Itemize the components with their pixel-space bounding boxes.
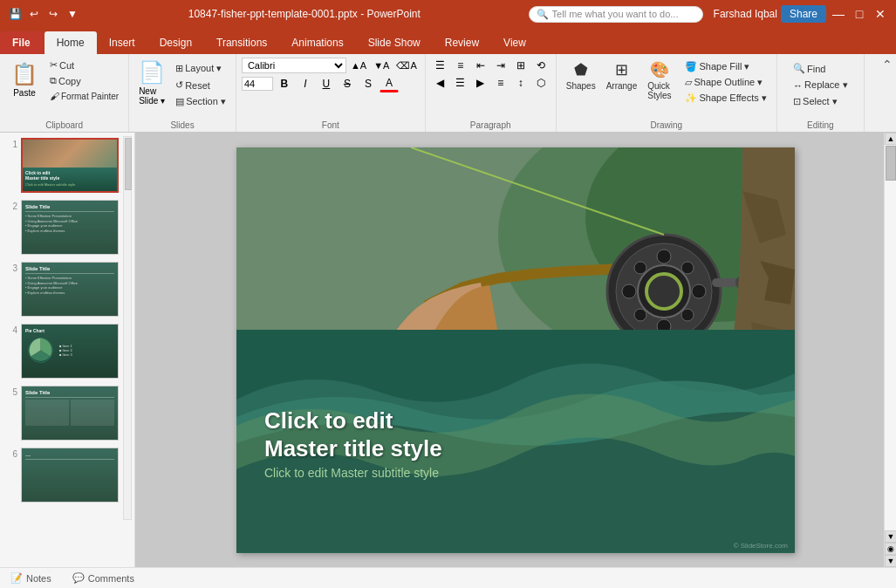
quick-access-toolbar: 💾 ↩ ↪ ▼	[7, 6, 80, 22]
new-slide-button[interactable]: 📄 NewSlide ▾	[134, 58, 169, 108]
share-button[interactable]: Share	[781, 5, 826, 23]
main-slide-canvas[interactable]: Click to edit Master title style Click t…	[236, 147, 795, 553]
collapse-icon[interactable]: ⌃	[882, 58, 893, 72]
slide-image-2[interactable]: Slide Title • Some Effective Presentatio…	[21, 200, 119, 255]
align-center[interactable]: ☰	[451, 75, 470, 91]
slide-thumb-6[interactable]: 6 …	[3, 446, 131, 504]
save-button[interactable]: 💾	[7, 6, 23, 22]
bold-button[interactable]: B	[275, 76, 294, 92]
font-name-select[interactable]: Calibri	[242, 58, 346, 73]
replace-button[interactable]: ↔ Replace ▾	[789, 78, 852, 92]
comments-tab[interactable]: 💬 Comments	[69, 571, 138, 585]
reset-button[interactable]: ↺ Reset	[171, 78, 230, 92]
clear-format-button[interactable]: ⌫A	[393, 58, 419, 73]
font-row-2: B I U S S A	[242, 75, 399, 92]
pie-chart-svg	[25, 335, 56, 366]
slide-thumb-5[interactable]: 5 Slide Title	[3, 384, 131, 442]
slide-image-6[interactable]: …	[21, 448, 119, 503]
align-left[interactable]: ◀	[431, 75, 450, 91]
layout-button[interactable]: ⊞ Layout ▾	[171, 61, 230, 76]
slides-content: 📄 NewSlide ▾ ⊞ Layout ▾ ↺ Reset ▤ Sectio…	[134, 58, 230, 130]
numbering-button[interactable]: ≡	[451, 58, 470, 73]
font-size-decrease[interactable]: ▼A	[371, 58, 392, 72]
slide-thumb-4[interactable]: 4 Pie Chart ■ Item 1 ■ Item 2	[3, 322, 131, 380]
format-painter-button[interactable]: 🖌 Format Painter	[45, 89, 123, 103]
quick-styles-button[interactable]: 🎨 QuickStyles	[643, 58, 675, 103]
scroll-thumb[interactable]	[886, 146, 896, 181]
find-button[interactable]: 🔍 Find	[789, 61, 830, 76]
tell-me-text[interactable]: Tell me what you want to do...	[552, 9, 679, 19]
canvas-area: Click to edit Master title style Click t…	[135, 133, 896, 567]
font-color-button[interactable]: A	[380, 75, 399, 92]
svg-point-12	[681, 262, 694, 274]
font-size-input[interactable]	[242, 77, 273, 91]
redo-button[interactable]: ↪	[45, 6, 61, 22]
tab-insert[interactable]: Insert	[97, 31, 147, 54]
decrease-indent[interactable]: ⇤	[471, 58, 490, 73]
shadow-button[interactable]: S	[359, 76, 378, 92]
new-slide-label: NewSlide ▾	[139, 86, 165, 106]
slide-panel-scrollbar[interactable]	[123, 136, 132, 520]
tab-design[interactable]: Design	[147, 31, 204, 54]
increase-indent[interactable]: ⇥	[491, 58, 510, 73]
select-button[interactable]: ⊡ Select ▾	[789, 94, 842, 109]
slide-thumb-2[interactable]: 2 Slide Title • Some Effective Presentat…	[3, 198, 131, 256]
font-label: Font	[322, 120, 339, 130]
arrange-button[interactable]: ⊞ Arrange	[602, 58, 642, 93]
tab-transitions[interactable]: Transitions	[204, 31, 279, 54]
slide-num-6: 6	[5, 448, 17, 459]
scroll-up-button[interactable]: ▲	[885, 133, 896, 145]
scroll-track	[885, 145, 896, 530]
line-spacing[interactable]: ↕	[511, 75, 530, 91]
scroll-down-button[interactable]: ▼	[885, 530, 896, 543]
shapes-top: ⬟ Shapes ⊞ Arrange 🎨 QuickStyles 🪣 Shape…	[562, 58, 771, 106]
undo-button[interactable]: ↩	[26, 6, 42, 22]
scroll-extra-2[interactable]: ▼	[885, 555, 896, 567]
close-button[interactable]: ✕	[872, 5, 889, 23]
notes-tab[interactable]: 📝 Notes	[7, 571, 55, 585]
slide-image-4[interactable]: Pie Chart ■ Item 1 ■ Item 2 ■ Item 3	[21, 324, 119, 379]
main-area: 1 Click to edit Master title style Click…	[0, 133, 896, 567]
strikethrough-button[interactable]: S	[338, 76, 357, 92]
section-button[interactable]: ▤ Section ▾	[171, 94, 230, 109]
tab-home[interactable]: Home	[44, 31, 97, 54]
notes-label: Notes	[26, 573, 51, 584]
copy-button[interactable]: ⧉ Copy	[45, 73, 123, 88]
tab-review[interactable]: Review	[433, 31, 491, 54]
align-right[interactable]: ▶	[471, 75, 490, 91]
justify[interactable]: ≡	[491, 75, 510, 91]
customize-button[interactable]: ▼	[65, 6, 80, 22]
columns-button[interactable]: ⊞	[511, 58, 530, 73]
slide-image-1[interactable]: Click to edit Master title style Click t…	[21, 138, 119, 193]
shape-outline-button[interactable]: ▱ Shape Outline ▾	[681, 75, 770, 90]
bullets-button[interactable]: ☰	[431, 58, 450, 73]
minimize-button[interactable]: —	[830, 5, 847, 23]
clipboard-content: 📋 Paste ✂ Cut ⧉ Copy 🖌 Format Painter	[5, 58, 123, 130]
drawing-group: ⬟ Shapes ⊞ Arrange 🎨 QuickStyles 🪣 Shape…	[557, 54, 777, 132]
shapes-button[interactable]: ⬟ Shapes	[562, 58, 600, 93]
slide-thumb-3[interactable]: 3 Slide Title • Some Effective Presentat…	[3, 260, 131, 318]
shape-fill-button[interactable]: 🪣 Shape Fill ▾	[681, 59, 770, 74]
slide-image-5[interactable]: Slide Title	[21, 386, 119, 441]
slide-thumb-1[interactable]: 1 Click to edit Master title style Click…	[3, 136, 131, 195]
convert-to-smartart[interactable]: ⬡	[531, 75, 551, 91]
italic-button[interactable]: I	[296, 76, 315, 92]
tab-slideshow[interactable]: Slide Show	[356, 31, 433, 54]
scrollbar-thumb[interactable]	[125, 138, 132, 190]
ribbon-collapse[interactable]: ⌃	[879, 54, 896, 132]
scroll-extra-1[interactable]: ◉	[885, 543, 896, 555]
maximize-button[interactable]: □	[851, 5, 868, 23]
tab-animations[interactable]: Animations	[279, 31, 355, 54]
tab-file[interactable]: File	[0, 31, 43, 54]
shape-effects-button[interactable]: ✨ Shape Effects ▾	[681, 91, 770, 106]
slide-text-area[interactable]: Click to edit Master title style Click t…	[264, 407, 442, 479]
cut-button[interactable]: ✂ Cut	[45, 58, 123, 72]
drawing-label: Drawing	[650, 120, 682, 130]
tab-view[interactable]: View	[491, 31, 538, 54]
paste-button[interactable]: 📋 Paste	[5, 58, 44, 102]
slide-image-3[interactable]: Slide Title • Some Effective Presentatio…	[21, 262, 119, 317]
font-size-increase[interactable]: ▲A	[348, 58, 369, 72]
text-direction[interactable]: ⟲	[531, 58, 551, 73]
clipboard-group: 📋 Paste ✂ Cut ⧉ Copy 🖌 Format Painter Cl…	[0, 54, 129, 132]
underline-button[interactable]: U	[317, 76, 336, 92]
